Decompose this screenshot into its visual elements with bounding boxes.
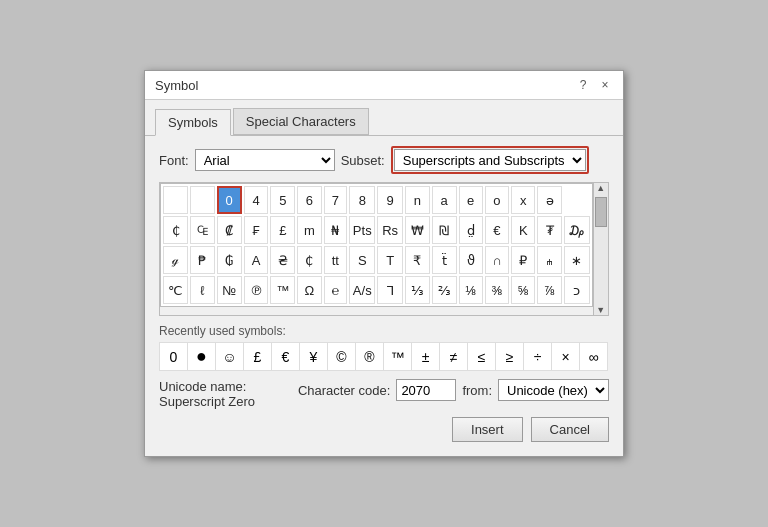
symbol-cell[interactable]: n xyxy=(405,186,430,214)
symbol-cell[interactable] xyxy=(190,186,214,214)
symbol-cell-selected[interactable]: 0 xyxy=(217,186,242,214)
symbol-cell[interactable]: K xyxy=(511,216,535,244)
recent-symbol-cell[interactable]: ± xyxy=(412,343,440,371)
recent-symbols-table: 0 ● ☺ £ € ¥ © ® ™ ± ≠ ≤ ≥ ÷ × xyxy=(159,342,608,371)
symbol-cell[interactable]: ₵ xyxy=(297,246,321,274)
symbol-cell[interactable]: ⅞ xyxy=(537,276,561,304)
symbol-cell[interactable]: ⅓ xyxy=(405,276,430,304)
recent-symbol-cell[interactable]: ® xyxy=(356,343,384,371)
font-select[interactable]: Arial xyxy=(195,149,335,171)
symbol-cell[interactable]: ™ xyxy=(270,276,295,304)
symbol-cell[interactable]: A/s xyxy=(349,276,375,304)
symbol-cell[interactable]: £ xyxy=(270,216,295,244)
symbol-cell[interactable]: 9 xyxy=(377,186,403,214)
symbol-cell[interactable]: Pts xyxy=(349,216,375,244)
symbol-cell[interactable]: ∩ xyxy=(485,246,509,274)
symbol-cell[interactable]: € xyxy=(485,216,509,244)
scrollbar[interactable]: ▲ ▼ xyxy=(593,183,608,315)
recent-symbol-cell[interactable]: ≤ xyxy=(468,343,496,371)
symbol-cell[interactable]: ⅝ xyxy=(511,276,535,304)
recent-symbol-cell[interactable]: £ xyxy=(244,343,272,371)
recent-symbol-cell[interactable]: ● xyxy=(188,343,216,371)
symbol-cell[interactable]: ₼ xyxy=(537,246,561,274)
recent-symbol-cell[interactable]: € xyxy=(272,343,300,371)
symbol-cell[interactable]: 8 xyxy=(349,186,375,214)
symbol-cell[interactable]: ℗ xyxy=(244,276,269,304)
insert-button[interactable]: Insert xyxy=(452,417,523,442)
symbol-cell[interactable]: ₦ xyxy=(324,216,348,244)
symbol-cell[interactable]: ₲ xyxy=(217,246,242,274)
help-button[interactable]: ? xyxy=(575,77,591,93)
table-row: ₵ ₠ ₡ ₣ £ m ₦ Pts Rs ₩ ₪ d̤ € K xyxy=(163,216,590,244)
recent-symbol-cell[interactable]: © xyxy=(328,343,356,371)
recently-used-label: Recently used symbols: xyxy=(159,324,609,338)
symbol-cell[interactable]: ⅂ xyxy=(377,276,403,304)
cancel-button[interactable]: Cancel xyxy=(531,417,609,442)
symbol-cell[interactable]: ₴ xyxy=(270,246,295,274)
symbol-cell[interactable]: ₡ xyxy=(217,216,242,244)
tab-symbols[interactable]: Symbols xyxy=(155,109,231,136)
symbol-cell[interactable]: e xyxy=(459,186,483,214)
recent-symbol-cell[interactable]: ≠ xyxy=(440,343,468,371)
recent-symbol-cell[interactable]: ∞ xyxy=(580,343,608,371)
recent-symbol-cell[interactable]: × xyxy=(552,343,580,371)
symbol-cell[interactable]: ↄ xyxy=(564,276,590,304)
recent-symbol-cell[interactable]: 0 xyxy=(160,343,188,371)
close-button[interactable]: × xyxy=(597,77,613,93)
symbol-cell[interactable]: ẗ xyxy=(432,246,457,274)
symbol-cell[interactable]: ℮ xyxy=(324,276,348,304)
symbol-cell[interactable]: Rs xyxy=(377,216,403,244)
symbol-cell[interactable]: ₹ xyxy=(405,246,430,274)
symbol-cell[interactable]: x xyxy=(511,186,535,214)
recent-symbol-cell[interactable]: ☺ xyxy=(216,343,244,371)
symbol-cell[interactable]: ϑ xyxy=(459,246,483,274)
symbol-cell[interactable]: d̤ xyxy=(459,216,483,244)
recent-symbol-cell[interactable]: ™ xyxy=(384,343,412,371)
symbol-cell[interactable]: tt xyxy=(324,246,348,274)
symbol-cell[interactable]: ⅜ xyxy=(485,276,509,304)
symbol-cell[interactable]: ⅔ xyxy=(432,276,457,304)
unicode-name-label: Unicode name: xyxy=(159,379,255,394)
symbol-cell[interactable]: ₽ xyxy=(511,246,535,274)
symbol-cell[interactable]: ℊ xyxy=(163,246,188,274)
table-row: ℃ ℓ № ℗ ™ Ω ℮ A/s ⅂ ⅓ ⅔ ⅛ ⅜ ⅝ ⅞ xyxy=(163,276,590,304)
symbol-cell[interactable]: ₪ xyxy=(432,216,457,244)
symbol-cell[interactable]: T xyxy=(377,246,403,274)
scroll-down-icon[interactable]: ▼ xyxy=(596,305,605,315)
symbol-cell[interactable]: 7 xyxy=(324,186,348,214)
symbol-cell[interactable]: Ω xyxy=(297,276,321,304)
symbol-cell[interactable]: ∗ xyxy=(564,246,590,274)
symbol-cell[interactable]: 4 xyxy=(244,186,269,214)
tab-special-characters[interactable]: Special Characters xyxy=(233,108,369,135)
recent-symbol-cell[interactable]: ¥ xyxy=(300,343,328,371)
symbol-cell[interactable]: ₠ xyxy=(190,216,214,244)
symbol-grid-wrapper: 0 4 5 6 7 8 9 n a e o x ə xyxy=(159,182,609,316)
subset-select[interactable]: Superscripts and Subscripts xyxy=(394,149,586,171)
char-code-input[interactable] xyxy=(396,379,456,401)
unicode-name-block: Unicode name: Superscript Zero xyxy=(159,379,255,409)
symbol-cell[interactable]: 5 xyxy=(270,186,295,214)
symbol-cell[interactable]: ₩ xyxy=(405,216,430,244)
symbol-cell[interactable]: ə xyxy=(537,186,561,214)
symbol-cell[interactable]: ℓ xyxy=(190,276,214,304)
symbol-cell[interactable]: ₱ xyxy=(190,246,214,274)
symbol-cell[interactable]: A xyxy=(244,246,269,274)
recent-symbol-cell[interactable]: ≥ xyxy=(496,343,524,371)
scroll-up-icon[interactable]: ▲ xyxy=(596,183,605,193)
symbol-cell[interactable]: ₣ xyxy=(244,216,269,244)
from-select[interactable]: Unicode (hex) xyxy=(498,379,609,401)
symbol-cell[interactable]: ⅛ xyxy=(459,276,483,304)
symbol-cell[interactable]: ℃ xyxy=(163,276,188,304)
symbol-cell[interactable]: m xyxy=(297,216,321,244)
symbol-cell[interactable]: 6 xyxy=(297,186,321,214)
recent-symbol-cell[interactable]: ÷ xyxy=(524,343,552,371)
symbol-cell[interactable]: o xyxy=(485,186,509,214)
symbol-cell[interactable]: ₵ xyxy=(163,216,188,244)
symbol-cell[interactable]: S xyxy=(349,246,375,274)
symbol-cell[interactable] xyxy=(163,186,188,214)
symbol-cell[interactable]: ₯ xyxy=(564,216,590,244)
symbol-cell[interactable]: № xyxy=(217,276,242,304)
symbol-cell[interactable]: a xyxy=(432,186,457,214)
scrollbar-thumb[interactable] xyxy=(595,197,607,227)
symbol-cell[interactable]: ₮ xyxy=(537,216,561,244)
